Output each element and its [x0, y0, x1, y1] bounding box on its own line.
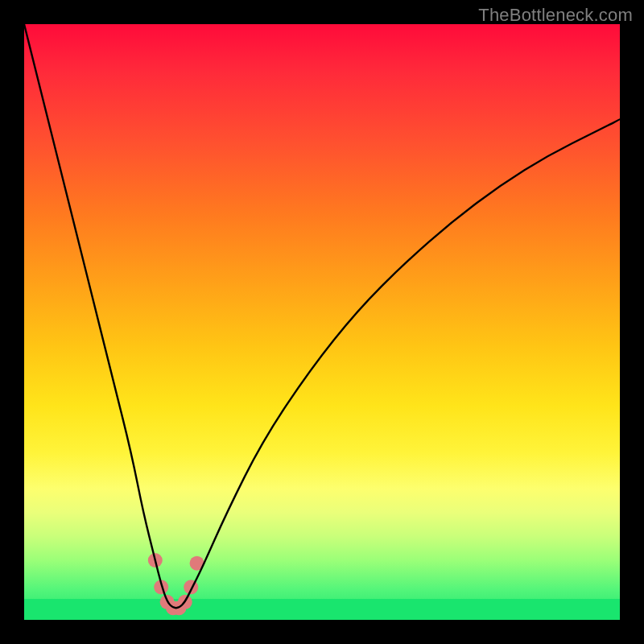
watermark-text: TheBottleneck.com [478, 5, 633, 26]
plot-area [24, 24, 620, 620]
curve-layer [24, 24, 620, 620]
chart-frame: TheBottleneck.com [0, 0, 644, 644]
bottleneck-curve [24, 24, 620, 608]
